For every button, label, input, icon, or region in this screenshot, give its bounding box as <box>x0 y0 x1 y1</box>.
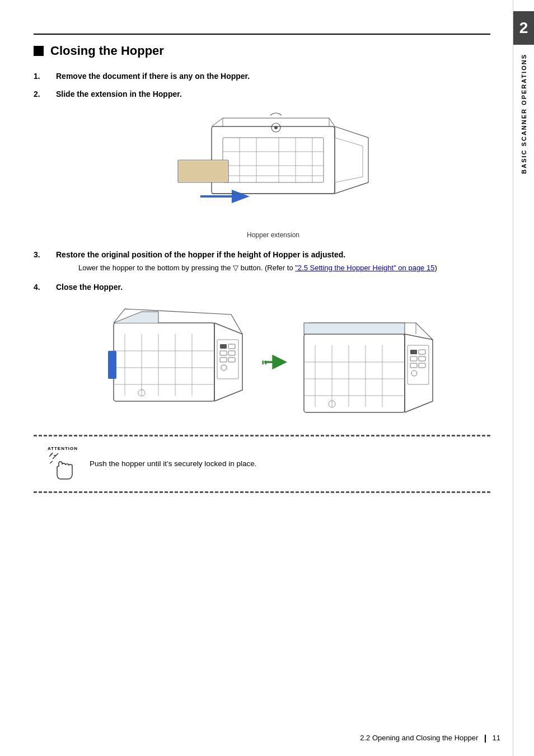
footer-separator <box>485 735 486 743</box>
svg-rect-44 <box>419 350 425 354</box>
svg-rect-48 <box>419 363 425 368</box>
svg-rect-39 <box>304 334 405 412</box>
page-container: 2 BASIC SCANNER OPERATIONS Closing the H… <box>0 0 534 756</box>
svg-rect-18 <box>220 344 227 349</box>
step-4-text: Close the Hopper. <box>56 283 490 292</box>
hopper-ext-svg <box>167 110 380 227</box>
svg-point-49 <box>411 370 417 376</box>
close-arrow <box>259 348 287 376</box>
scanner-open-svg <box>108 300 248 424</box>
step-3-number: 3. <box>34 250 56 259</box>
svg-rect-46 <box>419 356 425 361</box>
side-tab: 2 BASIC SCANNER OPERATIONS <box>513 0 534 756</box>
hopper-height-link[interactable]: "2.5 Setting the Hopper Height" on page … <box>295 264 434 272</box>
footer-page-number: 11 <box>493 734 500 742</box>
step-1-text: Remove the document if there is any on t… <box>56 72 490 81</box>
svg-line-63 <box>50 461 53 463</box>
svg-rect-16 <box>114 323 214 401</box>
svg-rect-22 <box>220 358 227 362</box>
svg-line-60 <box>53 456 56 459</box>
svg-rect-43 <box>410 350 417 354</box>
step-3-sub-before: Lower the hopper to the bottom by pressi… <box>78 264 295 272</box>
attention-label: ATTENTION <box>48 446 78 451</box>
svg-rect-33 <box>108 351 116 379</box>
svg-rect-45 <box>410 356 417 361</box>
svg-rect-20 <box>220 351 227 355</box>
attention-box: ATTENTION Push the hopper until it’s sec… <box>34 435 490 493</box>
step-2: 2. Slide the extension in the Hopper. <box>34 90 490 98</box>
section-title: Closing the Hopper <box>50 44 164 58</box>
svg-rect-19 <box>228 344 235 349</box>
hopper-ext-label: Hopper extension <box>167 231 380 239</box>
page-footer: 2.2 Opening and Closing the Hopper 11 <box>360 734 500 743</box>
step-4-number: 4. <box>34 283 56 292</box>
hopper-ext-illustration: Hopper extension <box>56 110 490 239</box>
step-3-text: Restore the original position of the hop… <box>56 250 437 259</box>
svg-rect-23 <box>228 358 235 362</box>
chapter-number: 2 <box>513 11 535 45</box>
step-2-text: Slide the extension in the Hopper. <box>56 90 490 98</box>
svg-rect-21 <box>228 351 235 355</box>
svg-rect-58 <box>304 323 405 334</box>
svg-line-62 <box>56 453 58 456</box>
step-3-subtext: Lower the hopper to the bottom by pressi… <box>78 262 437 274</box>
section-square-icon <box>34 46 44 56</box>
attention-icon: ATTENTION <box>45 446 81 482</box>
footer-section-text: 2.2 Opening and Closing the Hopper <box>360 734 478 742</box>
svg-rect-47 <box>410 363 417 368</box>
step-2-number: 2. <box>34 90 56 98</box>
side-tab-text: BASIC SCANNER OPERATIONS <box>521 54 527 174</box>
step-1: 1. Remove the document if there is any o… <box>34 72 490 81</box>
svg-rect-0 <box>212 126 335 194</box>
scanner-closed-svg <box>298 300 438 424</box>
svg-rect-11 <box>179 161 227 181</box>
step-3: 3. Restore the original position of the … <box>34 250 490 274</box>
svg-point-24 <box>221 365 227 370</box>
section-heading: Closing the Hopper <box>34 34 490 58</box>
svg-point-13 <box>274 126 278 129</box>
main-content: Closing the Hopper 1. Remove the documen… <box>0 0 513 515</box>
step-4: 4. Close the Hopper. <box>34 283 490 292</box>
svg-line-66 <box>51 453 53 454</box>
close-hopper-illustration <box>56 300 490 424</box>
step-1-number: 1. <box>34 72 56 81</box>
attention-text: Push the hopper until it’s securely lock… <box>90 459 256 468</box>
step-3-sub-after: ) <box>434 264 437 272</box>
